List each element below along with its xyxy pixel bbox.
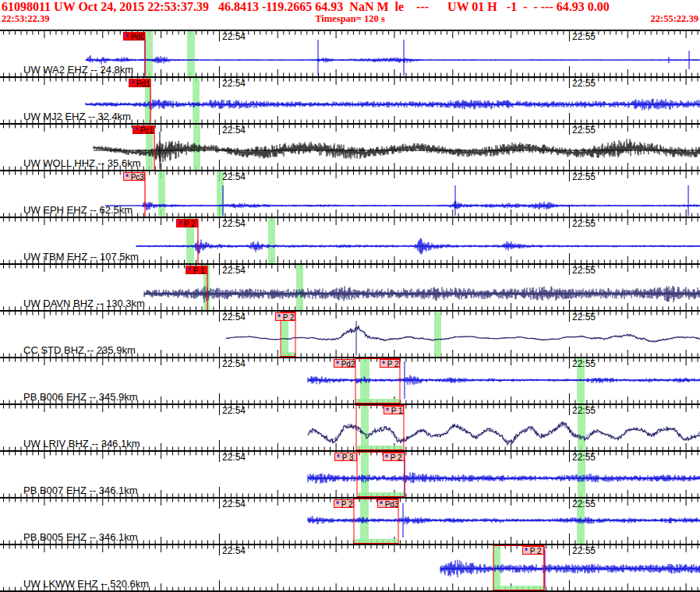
seismogram-trace <box>86 55 700 65</box>
arrival-highlight-band <box>146 31 153 76</box>
pick-flag-icon: * <box>179 220 184 227</box>
timespan-label: Timespan= 120 s <box>0 13 700 25</box>
seismic-waveform-viewer: { "header": { "title": "61098011 UW Oct … <box>0 0 700 592</box>
pick-flag-icon: * <box>525 547 530 555</box>
minute-label: 22:54 <box>222 218 246 229</box>
pick-label-P2[interactable]: * P 2 <box>383 453 405 461</box>
minute-label: 22:55 <box>572 265 596 276</box>
minute-label: 22:55 <box>572 545 596 556</box>
station-label[interactable]: UW TBM EHZ -- 107.5km <box>23 251 139 263</box>
pick-phase-text: P 2 <box>283 313 295 321</box>
window-bottom-band <box>281 352 295 356</box>
pick-phase-text: Pd2 <box>341 360 355 368</box>
minute-label: 22:55 <box>572 125 596 136</box>
station-label[interactable]: UW EPH EHZ -- 62.5km <box>23 204 133 216</box>
minute-label: 22:54 <box>222 545 246 556</box>
station-label[interactable]: PB B007 EHZ -- 346.1km <box>23 485 138 496</box>
pick-label-Pc1[interactable]: * Pc1 <box>133 125 154 134</box>
pick-flag-icon: * <box>380 500 385 508</box>
station-label[interactable]: UW WA2 EHZ -- 24.8km <box>23 64 133 76</box>
pick-phase-text: P 3 <box>342 453 354 461</box>
pick-label-P1[interactable]: * P 1 <box>186 266 207 274</box>
pick-label-Pd1[interactable]: * Pd1 <box>129 79 150 87</box>
pick-label-Pd0[interactable]: * Pd0 <box>123 32 145 41</box>
minute-label: 22:55 <box>572 171 596 182</box>
pick-phase-text: P 2 <box>341 500 353 508</box>
window-bottom-band <box>356 399 399 403</box>
minute-label: 22:55 <box>572 312 596 322</box>
pick-phase-text: Pd0 <box>131 33 145 41</box>
arrival-highlight-band <box>158 171 165 217</box>
minute-label: 22:54 <box>222 358 246 369</box>
station-label[interactable]: UW WOLL HHZ -- 35.6km <box>23 157 140 169</box>
pick-phase-text: Pd3 <box>385 500 398 508</box>
minute-label: 22:54 <box>222 31 246 42</box>
pick-label-P3[interactable]: * P 3 <box>334 453 357 461</box>
time-axis-header: 22:53:22.39 Timespan= 120 s 22:55:22.39 <box>0 13 700 26</box>
minute-label: 22:55 <box>572 31 596 42</box>
trace-panel-UW-EPH[interactable]: 22:5422:55* Pc3UW EPH EHZ -- 62.5km <box>0 170 700 217</box>
seismogram-trace <box>86 99 700 111</box>
pick-flag-icon: * <box>336 360 341 368</box>
pick-label-Pc3[interactable]: * Pc3 <box>123 172 145 181</box>
pick-flag-icon: * <box>188 266 193 274</box>
station-label[interactable]: UW MJ2 EHZ -- 32.4km <box>23 111 131 122</box>
pick-label-P1[interactable]: * P 1 <box>384 406 404 414</box>
pick-label-P2[interactable]: * P 2 <box>275 312 295 321</box>
station-label[interactable]: PB B006 EHZ -- 345.9km <box>23 391 138 403</box>
station-label[interactable]: PB B005 EHZ -- 346.1km <box>23 531 138 543</box>
trace-panel-UW-WA2[interactable]: 22:5422:55* Pd0UW WA2 EHZ -- 24.8km <box>0 30 700 76</box>
window-bottom-band <box>494 586 543 590</box>
minute-label: 22:55 <box>572 358 596 369</box>
trace-panel-UW-LRIV[interactable]: 22:5422:55* P 1UW LRIV BHZ -- 346.1km <box>0 403 700 450</box>
pick-label-Pd2[interactable]: * Pd2 <box>334 359 355 368</box>
trace-panel-UW-LKWW[interactable]: 22:5422:55* P 2UW LKWW EHZ -- 520.6km <box>0 544 700 592</box>
trace-panel-UW-TBM[interactable]: 22:5422:55* P 2UW TBM EHZ -- 107.5km <box>0 217 700 263</box>
minute-label: 22:54 <box>222 405 246 416</box>
minute-label: 22:54 <box>222 499 246 509</box>
seismogram-trace <box>440 560 700 578</box>
arrival-highlight-band <box>193 78 200 123</box>
arrival-highlight-band <box>296 265 303 310</box>
pick-phase-text: P 2 <box>184 220 196 227</box>
pick-flag-icon: * <box>382 360 387 368</box>
pick-label-P2[interactable]: * P 2 <box>522 546 544 555</box>
pick-flag-icon: * <box>336 500 341 508</box>
trace-panel-UW-MJ2[interactable]: 22:5422:55* Pd1UW MJ2 EHZ -- 32.4km <box>0 76 700 123</box>
station-label[interactable]: UW LKWW EHZ -- 520.6km <box>23 578 149 590</box>
pick-phase-text: Pd1 <box>136 79 150 87</box>
station-label[interactable]: UW DAVN BHZ -- 130.3km <box>23 298 145 309</box>
pick-flag-icon: * <box>126 33 131 41</box>
trace-panel-stack: 22:5422:55* Pd0UW WA2 EHZ -- 24.8km22:54… <box>0 30 700 592</box>
pick-phase-text: P 2 <box>387 360 399 368</box>
window-bottom-band <box>357 446 403 449</box>
pick-label-P2[interactable]: * P 2 <box>380 359 400 368</box>
minute-label: 22:54 <box>222 125 246 136</box>
seismogram-trace <box>136 238 700 255</box>
pick-phase-text: P 1 <box>391 407 403 414</box>
station-label[interactable]: UW LRIV BHZ -- 346.1km <box>23 438 140 449</box>
minute-label: 22:54 <box>222 78 246 89</box>
arrival-highlight-band <box>187 31 195 76</box>
station-label[interactable]: CC STD BHZ -- 235.9km <box>23 344 136 356</box>
seismogram-trace <box>105 201 700 210</box>
seismogram-trace <box>226 326 700 342</box>
arrival-highlight-band <box>361 452 369 497</box>
trace-panel-UW-WOLL[interactable]: 22:5422:55* Pc1UW WOLL HHZ -- 35.6km <box>0 123 700 170</box>
trace-panel-UW-DAVN[interactable]: 22:5422:55* P 1UW DAVN BHZ -- 130.3km <box>0 263 700 310</box>
trace-panel-PB-B007[interactable]: 22:5422:55* P 3* P 2PB B007 EHZ -- 346.1… <box>0 450 700 497</box>
trace-panel-PB-B005[interactable]: 22:5422:55* P 2* Pd3PB B005 EHZ -- 346.1… <box>0 497 700 544</box>
arrival-highlight-band <box>268 218 275 263</box>
trace-panel-PB-B006[interactable]: 22:5422:55* Pd2* P 2PB B006 EHZ -- 345.9… <box>0 357 700 403</box>
pick-label-Pd3[interactable]: * Pd3 <box>377 499 398 508</box>
trace-panel-CC-STD[interactable]: 22:5422:55* P 2CC STD BHZ -- 235.9km <box>0 310 700 357</box>
pick-phase-text: P 2 <box>391 453 402 461</box>
window-end-time: 22:55:22.39 <box>651 13 698 25</box>
pick-label-P2[interactable]: * P 2 <box>176 219 198 227</box>
pick-flag-icon: * <box>131 79 136 87</box>
seismogram-trace <box>144 286 700 302</box>
minute-label: 22:54 <box>222 452 246 463</box>
pick-phase-text: Pc1 <box>140 126 154 134</box>
arrival-highlight-band <box>434 312 441 357</box>
pick-label-P2[interactable]: * P 2 <box>334 499 354 508</box>
